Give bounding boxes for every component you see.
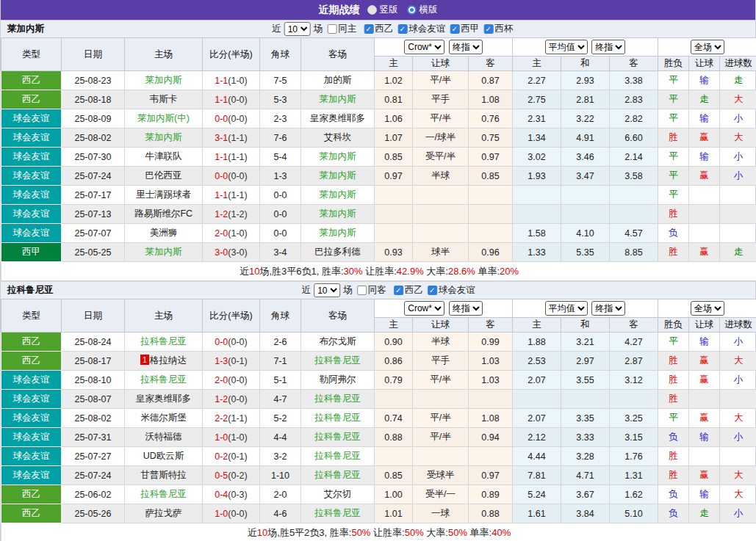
checkbox-label: 西甲 xyxy=(461,23,479,35)
team-section: 莱加内斯 近 10 场 同主 西乙 球会友谊 西甲 西杯 xyxy=(1,20,755,281)
summary-text: 近10场,胜3平6负1, 胜率:30% 让胜率:42.9% 大率:28.6% 单… xyxy=(1,262,756,281)
match-row: 球会友谊 25-07-13 路易斯维尔FC 1-2(1-2) 0-0 莱加内斯 … xyxy=(1,205,756,224)
odds-away: 1.03 xyxy=(469,371,513,390)
red-card-badge: 1 xyxy=(140,355,149,365)
checkbox-icon xyxy=(397,24,407,34)
result-outcome: 胜 xyxy=(658,205,689,224)
odds-handicap: 一/球半 xyxy=(413,128,469,148)
away-team: 莱加内斯 xyxy=(301,90,375,109)
result-handicap xyxy=(689,447,720,466)
match-count-select[interactable]: 10 xyxy=(314,283,340,297)
avg-home: 2.12 xyxy=(513,428,561,447)
league-filter-checkbox[interactable]: 同主 xyxy=(327,23,356,35)
match-row: 球会友谊 25-08-02 莱加内斯 3-1(1-1) 7-6 艾科坎 1.07… xyxy=(1,128,756,148)
view-mode-radio[interactable]: 横版 xyxy=(407,4,438,16)
result-goals xyxy=(720,447,756,466)
corner-score: 4-7 xyxy=(260,390,301,409)
checkbox-label: 西杯 xyxy=(494,23,513,35)
match-date: 25-05-25 xyxy=(62,243,125,262)
league-filter-checkbox[interactable]: 西乙 xyxy=(364,23,393,35)
result-handicap: 赢 xyxy=(689,128,720,148)
avg-stage-select[interactable]: 终指 xyxy=(591,301,625,316)
match-type-badge: 球会友谊 xyxy=(1,466,62,485)
scope-select[interactable]: 全场 xyxy=(691,301,724,316)
result-outcome: 胜 xyxy=(658,128,689,148)
checkbox-icon xyxy=(357,286,367,295)
odds-source-select[interactable]: Crow* xyxy=(404,40,444,54)
home-team: 1格拉纳达 xyxy=(125,352,203,371)
league-filter-checkbox[interactable]: 西甲 xyxy=(450,23,479,35)
checkbox-label: 球会友谊 xyxy=(408,23,445,35)
sub-col-avg-away: 客 xyxy=(610,57,658,71)
avg-stage-select[interactable]: 终指 xyxy=(591,40,625,54)
fulltime-score: 0-0 xyxy=(215,114,228,124)
away-team: 加的斯 xyxy=(301,71,375,90)
corner-score: 5-1 xyxy=(260,371,301,390)
sub-col-avg-home: 主 xyxy=(513,318,561,333)
league-filter-checkbox[interactable]: 球会友谊 xyxy=(428,284,475,297)
scope-select[interactable]: 全场 xyxy=(691,40,724,54)
match-type-badge: 西乙 xyxy=(1,485,62,504)
odds-stage-select[interactable]: 终指 xyxy=(449,40,483,54)
league-filter-checkbox[interactable]: 西杯 xyxy=(483,23,513,35)
fulltime-score: 1-0 xyxy=(215,509,228,519)
odds-home: 0.79 xyxy=(375,371,413,390)
odds-home xyxy=(375,390,413,409)
odds-home: 0.86 xyxy=(375,352,413,371)
match-score: 1-1(0-0) xyxy=(203,90,260,109)
filter-near-label: 近 xyxy=(302,284,312,297)
sub-col-avg-draw: 和 xyxy=(561,318,610,333)
result-outcome: 负 xyxy=(658,485,689,504)
result-goals: 小 xyxy=(720,333,756,352)
avg-source-select[interactable]: 平均值 xyxy=(545,301,588,316)
corner-score: 7-5 xyxy=(260,71,301,90)
fulltime-score: 2-0 xyxy=(215,375,228,385)
fulltime-score: 2-0 xyxy=(215,228,228,239)
result-outcome: 胜 xyxy=(658,371,689,390)
radio-icon xyxy=(367,5,377,15)
away-team: 莱加内斯 xyxy=(301,224,375,243)
league-filter-checkbox[interactable]: 西乙 xyxy=(394,284,423,297)
away-team: 莱加内斯 xyxy=(301,186,375,205)
result-outcome: 平 xyxy=(658,71,689,90)
result-handicap xyxy=(689,186,720,205)
avg-source-select[interactable]: 平均值 xyxy=(545,40,588,54)
result-handicap xyxy=(689,224,720,243)
result-goals xyxy=(720,205,756,224)
result-handicap: 赢 xyxy=(689,352,720,371)
away-team: 莱加内斯 xyxy=(301,205,375,224)
section-header-bar: 莱加内斯 近 10 场 同主 西乙 球会友谊 西甲 西杯 xyxy=(1,20,755,37)
match-type-badge: 西甲 xyxy=(1,243,62,262)
odds-away: 1.03 xyxy=(469,352,513,371)
sub-col-handicap-result: 让球 xyxy=(689,318,720,333)
odds-away: 0.89 xyxy=(469,485,513,504)
match-row: 西乙 25-08-17 1格拉纳达 1-3(0-1) 7-1 拉科鲁尼亚 0.8… xyxy=(1,352,756,371)
col-away: 客场 xyxy=(301,38,375,71)
odds-handicap: 受半/一 xyxy=(413,485,469,504)
match-date: 25-08-02 xyxy=(62,128,125,148)
match-type-badge: 球会友谊 xyxy=(1,371,62,390)
avg-draw: 3.47 xyxy=(561,167,610,186)
odds-home xyxy=(375,205,413,224)
sub-col-result: 胜负 xyxy=(658,57,689,71)
result-outcome: 胜 xyxy=(658,466,689,485)
odds-home: 1.07 xyxy=(375,128,413,148)
view-mode-radio[interactable]: 竖版 xyxy=(367,4,398,16)
home-team: 皇家奥维耶多 xyxy=(125,390,203,409)
sub-col-odds-home: 主 xyxy=(375,318,413,333)
match-type-badge: 球会友谊 xyxy=(1,409,62,428)
avg-draw: 3.67 xyxy=(561,485,610,504)
home-team: 韦斯卡 xyxy=(125,90,203,109)
odds-stage-select[interactable]: 终指 xyxy=(449,301,483,316)
match-row: 球会友谊 25-08-09 莱加内斯(中) 0-0(0-0) 2-3 皇家奥维耶… xyxy=(1,109,756,128)
match-count-select[interactable]: 10 xyxy=(284,22,311,36)
page-header: 近期战绩 竖版 横版 xyxy=(1,0,755,20)
league-filter-checkbox[interactable]: 球会友谊 xyxy=(397,23,445,35)
view-mode-radios: 竖版 横版 xyxy=(367,4,438,16)
avg-draw: 3.46 xyxy=(561,148,610,167)
league-filter-checkbox[interactable]: 同客 xyxy=(357,284,386,297)
radio-label: 横版 xyxy=(420,4,438,16)
match-date: 25-07-30 xyxy=(62,148,125,167)
odds-source-select[interactable]: Crow* xyxy=(404,301,444,316)
home-team: 拉科鲁尼亚 xyxy=(125,485,203,504)
